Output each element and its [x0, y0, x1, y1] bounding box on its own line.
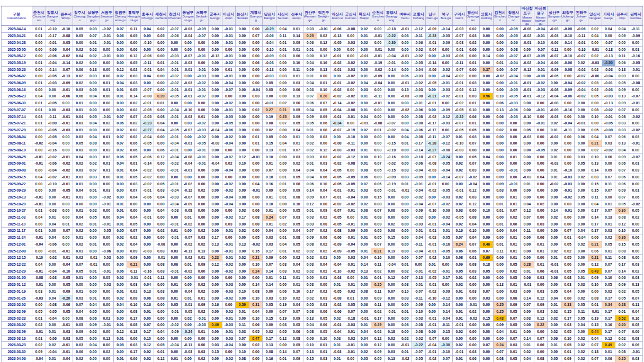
value-cell: 0.00: [113, 261, 127, 268]
value-cell: 0.00: [181, 46, 195, 53]
value-cell: 0.00: [384, 133, 398, 140]
row-date: 2025-07-14: [2, 113, 32, 120]
value-cell: 0.02: [357, 349, 371, 356]
value-cell: 0.00: [466, 335, 480, 342]
value-cell: 0.16: [127, 302, 141, 309]
value-cell: -0.01: [412, 268, 426, 275]
value-cell: 0.05: [452, 268, 466, 275]
value-cell: 0.00: [208, 39, 222, 46]
value-cell: 0.10: [249, 315, 263, 322]
value-cell: -0.02: [100, 26, 114, 33]
value-cell: 0.00: [466, 329, 480, 336]
table-row: 2026-01-190.030.01-0.090.010.000.000.010…: [2, 288, 643, 295]
column-name-en: Sangdang-gu: [86, 15, 100, 22]
value-cell: 0.00: [59, 234, 73, 241]
value-cell: -0.04: [561, 120, 575, 127]
value-cell: 0.00: [86, 126, 100, 133]
value-cell: -0.09: [59, 80, 73, 87]
value-cell: -0.02: [344, 335, 358, 342]
value-cell: 0.03: [466, 33, 480, 40]
value-cell: -0.04: [59, 46, 73, 53]
value-cell: 0.08: [317, 221, 330, 228]
value-cell: 0.05: [73, 26, 86, 33]
value-cell: 0.00: [575, 187, 588, 194]
row-date: 2025-09-22: [2, 180, 32, 187]
value-cell: 0.00: [317, 282, 330, 288]
table-row: 2026-02-230.01-0.040.000.080.060.020.000…: [2, 315, 643, 322]
value-cell: 0.25: [493, 302, 507, 309]
value-cell: -0.05: [344, 302, 358, 309]
value-cell: -0.05: [507, 26, 521, 33]
value-cell: -0.10: [412, 308, 426, 315]
value-cell: -0.03: [439, 194, 453, 201]
value-cell: 0.00: [520, 322, 534, 329]
value-cell: 0.00: [629, 248, 642, 255]
value-cell: 0.47: [249, 335, 263, 342]
value-cell: 0.09: [602, 167, 615, 174]
value-cell: -0.01: [222, 33, 236, 40]
value-cell: 0.05: [290, 241, 303, 248]
value-cell: 0.00: [493, 39, 507, 46]
column-name-ko: 안동시: [480, 12, 493, 17]
value-cell: -0.10: [452, 140, 466, 147]
value-cell: 0.00: [86, 355, 100, 362]
value-cell: -0.08: [181, 153, 195, 160]
value-cell: 0.00: [263, 93, 276, 100]
value-cell: 0.06: [493, 255, 507, 261]
value-cell: 0.00: [398, 315, 412, 322]
value-cell: -0.01: [59, 86, 73, 93]
value-cell: 0.05: [86, 86, 100, 93]
value-cell: 0.10: [588, 282, 602, 288]
value-cell: -0.10: [59, 26, 73, 33]
value-cell: -0.15: [384, 167, 398, 174]
value-cell: 0.02: [548, 308, 561, 315]
value-cell: 0.05: [615, 201, 629, 207]
value-cell: 0.08: [384, 201, 398, 207]
value-cell: 0.06: [629, 234, 642, 241]
value-cell: 0.10: [290, 59, 303, 66]
value-cell: 0.02: [575, 342, 588, 349]
value-cell: 0.13: [86, 66, 100, 73]
value-cell: 0.04: [73, 153, 86, 160]
value-cell: -0.03: [520, 174, 534, 180]
value-cell: 0.00: [222, 302, 236, 309]
value-cell: -0.06: [452, 53, 466, 60]
value-cell: 0.00: [520, 288, 534, 295]
value-cell: 0.08: [588, 106, 602, 113]
value-cell: 0.00: [357, 194, 371, 201]
value-cell: -0.03: [561, 174, 575, 180]
value-cell: -0.01: [100, 113, 114, 120]
value-cell: 0.00: [480, 46, 494, 53]
value-cell: -0.08: [140, 93, 154, 100]
value-cell: 0.06: [466, 113, 480, 120]
row-date: 2026-03-23: [2, 342, 32, 349]
value-cell: 0.00: [588, 100, 602, 107]
value-cell: 0.00: [629, 73, 642, 80]
value-cell: 0.12: [466, 86, 480, 93]
value-cell: 0.00: [520, 248, 534, 255]
value-cell: 0.00: [59, 214, 73, 221]
value-cell: 0.00: [588, 120, 602, 127]
value-cell: -0.08: [412, 120, 426, 127]
column-name-en: Jinju: [615, 16, 629, 20]
value-cell: -0.02: [629, 126, 642, 133]
value-cell: -0.02: [344, 80, 358, 87]
value-cell: 0.13: [317, 66, 330, 73]
value-cell: 0.02: [73, 160, 86, 167]
value-cell: -0.05: [534, 147, 548, 154]
row-date: 2025-09-29: [2, 187, 32, 194]
value-cell: -0.05: [602, 120, 615, 127]
value-cell: 0.01: [73, 126, 86, 133]
value-cell: -0.03: [507, 113, 521, 120]
table-row: 2025-05-260.00-0.14-0.070.060.130.000.12…: [2, 66, 643, 73]
value-cell: 0.00: [222, 275, 236, 282]
column-name-en: Deokjin-gu: [317, 15, 330, 22]
value-cell: 0.04: [276, 26, 290, 33]
value-cell: 0.04: [249, 180, 263, 187]
value-cell: -0.02: [222, 355, 236, 362]
value-cell: 0.05: [263, 86, 276, 93]
value-cell: 0.00: [371, 113, 385, 120]
value-cell: 0.06: [357, 207, 371, 214]
value-cell: 0.03: [86, 174, 100, 180]
value-cell: 0.11: [236, 322, 249, 329]
